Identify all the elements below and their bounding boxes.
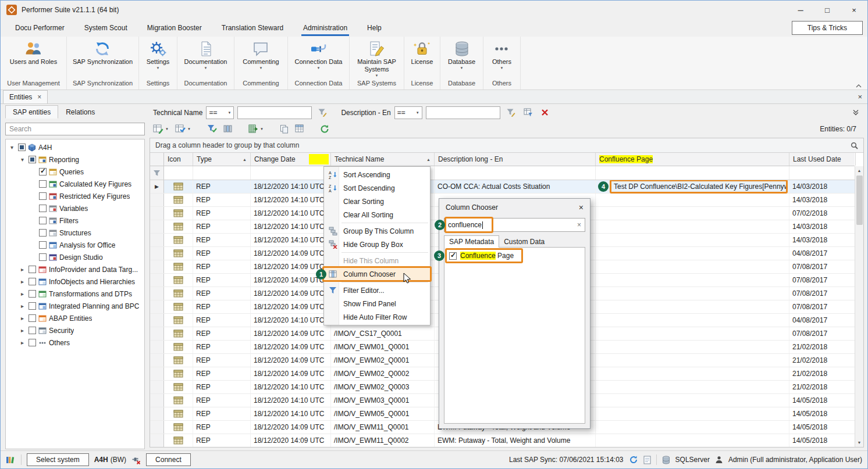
sync-status-icon[interactable]: [629, 455, 638, 464]
tree-expander-icon[interactable]: ▸: [19, 339, 26, 346]
filter-grid-button[interactable]: [521, 106, 535, 119]
grid-search-icon[interactable]: [851, 142, 858, 149]
tree-item-filters[interactable]: Filters: [6, 214, 144, 227]
tree-checkbox[interactable]: [39, 229, 47, 237]
tree-checkbox[interactable]: [29, 302, 36, 310]
tree-checkbox[interactable]: [39, 217, 47, 224]
filter-cell-description[interactable]: [435, 166, 596, 180]
tree-expander-icon[interactable]: ▸: [19, 303, 26, 309]
database-button[interactable]: Database▼: [446, 40, 478, 70]
others-button[interactable]: Others▼: [490, 40, 514, 70]
tree-checkbox[interactable]: [39, 241, 47, 249]
tree-item-analysis-for-office[interactable]: Analysis for Office: [6, 239, 144, 251]
menu-item-hide-group-by-box[interactable]: Hide Group By Box: [324, 238, 430, 251]
menu-translation-steward[interactable]: Translation Steward: [212, 19, 293, 37]
column-header-confluence-page[interactable]: Confluence Page: [596, 153, 789, 166]
filter-cell-type[interactable]: [193, 166, 251, 180]
filter-cell-change-date[interactable]: [251, 166, 331, 180]
tree-expander-icon[interactable]: ▸: [19, 266, 26, 273]
tree-expander-icon[interactable]: ▸: [19, 291, 26, 297]
tree-item-queries[interactable]: Queries: [6, 166, 144, 178]
tree-checkbox[interactable]: [39, 205, 47, 212]
menu-administration[interactable]: Administration: [293, 19, 357, 37]
tabs-area-close-icon[interactable]: ×: [858, 92, 862, 101]
close-button[interactable]: ×: [841, 1, 867, 19]
menu-docu-performer[interactable]: Docu Performer: [5, 19, 74, 37]
menu-item-sort-ascending[interactable]: AZSort Ascending: [324, 168, 430, 181]
clear-filter-button[interactable]: [539, 106, 551, 119]
dialog-search-input[interactable]: confluence ×: [444, 218, 585, 232]
scroll-up-icon[interactable]: ▲: [855, 166, 863, 175]
maximize-button[interactable]: □: [814, 1, 841, 19]
description-filter-button[interactable]: [504, 106, 518, 119]
technical-name-filter-button[interactable]: [315, 106, 329, 119]
tab-relations[interactable]: Relations: [58, 105, 102, 119]
commenting-button[interactable]: Commenting▼: [240, 40, 281, 70]
grid-row[interactable]: ▶REP18/12/2020 14:10 UTCCO-OM CCA: Actua…: [150, 180, 855, 194]
column-header-change-date[interactable]: Change Date: [251, 153, 331, 166]
column-header-type[interactable]: Type▲: [193, 153, 251, 166]
menu-item-clear-sorting[interactable]: Clear Sorting: [324, 195, 430, 208]
tree-checkbox[interactable]: [39, 168, 47, 176]
menu-item-sort-descending[interactable]: ZASort Descending: [324, 181, 430, 195]
filter-cell-last-used-date[interactable]: [789, 166, 856, 180]
menu-item-show-find-panel[interactable]: Show Find Panel: [324, 297, 430, 310]
group-by-panel[interactable]: Drag a column header to group by that co…: [150, 138, 863, 153]
tree-checkbox[interactable]: [29, 156, 36, 163]
tab-entities[interactable]: Entities ×: [3, 90, 48, 103]
tab-sap-metadata[interactable]: SAP Metadata: [444, 235, 499, 248]
tree-checkbox[interactable]: [39, 180, 47, 188]
tree-item-others[interactable]: ▸Others: [6, 336, 144, 349]
column-header-last-used-date[interactable]: Last Used Date: [789, 153, 856, 166]
layout-button[interactable]: [293, 122, 305, 136]
menu-item-group-by-this-column[interactable]: Group By This Column: [324, 224, 430, 238]
apply-filter-button[interactable]: [205, 122, 219, 136]
tree-item-infoprovider-and-data-targ-[interactable]: ▸InfoProvider and Data Targ...: [6, 263, 144, 275]
refresh-button[interactable]: [318, 122, 331, 136]
menu-item-filter-editor[interactable]: Filter Editor...: [324, 284, 430, 297]
tips-and-tricks-button[interactable]: Tips & Tricks: [792, 21, 863, 35]
tree-item-restricted-key-figures[interactable]: Restricted Key Figures: [6, 190, 144, 202]
maintain-sap-systems-button[interactable]: Maintain SAP Systems▼: [351, 40, 403, 78]
tree-expander-icon[interactable]: ▸: [19, 327, 26, 334]
search-clear-icon[interactable]: ×: [577, 221, 581, 229]
settings-button[interactable]: Settings▼: [144, 40, 172, 70]
ribbon-collapse-icon[interactable]: [856, 84, 862, 88]
tree-checkbox[interactable]: [29, 278, 36, 285]
column-header-description[interactable]: Description long - En: [435, 153, 596, 166]
tree-item-transformations-and-dtps[interactable]: ▸Transformations and DTPs: [6, 288, 144, 300]
tree-expander-icon[interactable]: ▸: [19, 315, 26, 321]
sidebar-search-input[interactable]: [5, 123, 145, 135]
grid-row[interactable]: REP18/12/2020 14:09 UTC/IMO/V_EWM11_Q000…: [150, 434, 855, 447]
menu-item-clear-all-sorting[interactable]: Clear All Sorting: [324, 208, 430, 221]
tree-checkbox[interactable]: [29, 290, 36, 298]
tab-custom-data[interactable]: Custom Data: [499, 235, 549, 248]
tree-expander-icon[interactable]: ▸: [19, 278, 26, 285]
dialog-close-icon[interactable]: ×: [579, 203, 584, 212]
tree-checkbox[interactable]: [29, 266, 36, 273]
tree-item-security[interactable]: ▸Security: [6, 324, 144, 336]
dialog-titlebar[interactable]: Column Chooser ×: [439, 199, 590, 216]
users-and-roles-button[interactable]: Users and Roles: [8, 40, 59, 66]
library-icon[interactable]: [6, 455, 16, 464]
tree-checkbox[interactable]: [29, 327, 36, 334]
menu-help[interactable]: Help: [357, 19, 392, 37]
menu-item-column-chooser[interactable]: Column Chooser1: [324, 267, 430, 281]
select-system-button[interactable]: Select system: [27, 453, 89, 466]
menu-migration-booster[interactable]: Migration Booster: [137, 19, 212, 37]
tree-item-abap-entities[interactable]: ▸ABAP Entities: [6, 312, 144, 324]
tree-item-structures[interactable]: Structures: [6, 227, 144, 239]
license-button[interactable]: License: [409, 40, 436, 66]
tree-checkbox[interactable]: [39, 253, 47, 261]
vertical-scrollbar[interactable]: ▲ ▼: [855, 166, 863, 447]
tree-item-a4h[interactable]: ▾A4H: [6, 141, 144, 153]
menu-system-scout[interactable]: System Scout: [74, 19, 137, 37]
tree-checkbox[interactable]: [29, 314, 36, 322]
sap-synchronization-button[interactable]: SAP Synchronization: [70, 40, 135, 66]
description-filter-input[interactable]: [426, 106, 500, 119]
connection-data-button[interactable]: Connection Data▼: [293, 40, 345, 70]
column-checkbox[interactable]: [449, 252, 457, 260]
view-settings-button[interactable]: ▼: [151, 122, 170, 136]
tab-sap-entities[interactable]: SAP entities: [5, 105, 58, 119]
tab-close-icon[interactable]: ×: [37, 93, 41, 101]
